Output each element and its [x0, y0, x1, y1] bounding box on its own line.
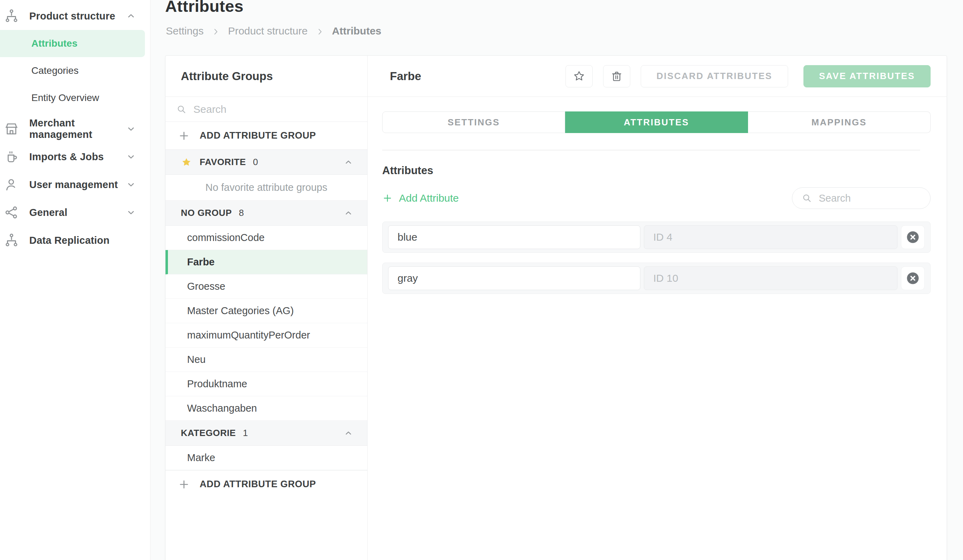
chevron-down-icon: [126, 180, 136, 190]
remove-attribute-button[interactable]: [901, 266, 925, 290]
group-section-header-kategorie[interactable]: KATEGORIE1: [165, 421, 367, 446]
section-name: FAVORITE: [199, 157, 246, 168]
page-title: Attributes: [165, 0, 243, 16]
section-count: 8: [239, 207, 243, 218]
attributes-card: Attribute Groups ADD ATTRIBUTE GROUP FAV…: [165, 55, 947, 560]
sidebar-item-label: Product structure: [29, 10, 126, 22]
delete-group-button[interactable]: [603, 65, 630, 87]
user-icon: [3, 176, 19, 193]
sidebar-item-entity-overview[interactable]: Entity Overview: [0, 84, 145, 112]
attribute-group-item-master-categories-ag-[interactable]: Master Categories (AG): [165, 299, 367, 323]
detail-body: SETTINGSATTRIBUTESMAPPINGS Attributes Ad…: [368, 97, 947, 560]
save-attributes-button[interactable]: SAVE ATTRIBUTES: [803, 65, 931, 87]
sidebar: Product structureAttributesCategoriesEnt…: [0, 0, 151, 560]
section-name: NO GROUP: [181, 207, 232, 218]
section-name: KATEGORIE: [181, 428, 236, 439]
sidebar-item-product-structure[interactable]: Product structure: [0, 2, 150, 30]
chevron-up-icon: [126, 11, 136, 21]
attribute-group-item-waschangaben[interactable]: Waschangaben: [165, 397, 367, 421]
sidebar-item-categories[interactable]: Categories: [0, 57, 145, 84]
detail-title: Farbe: [390, 70, 421, 83]
imports-icon: [3, 149, 19, 165]
search-icon: [176, 104, 187, 115]
breadcrumb-item[interactable]: Settings: [166, 25, 203, 37]
hierarchy-icon: [3, 8, 19, 24]
attribute-group-item-maximumquantityperorder[interactable]: maximumQuantityPerOrder: [165, 323, 367, 348]
attribute-row: ID 4: [382, 222, 931, 253]
remove-attribute-button[interactable]: [901, 225, 925, 249]
empty-favorites-text: No favorite attribute groups: [165, 175, 367, 201]
chevron-up-icon: [344, 208, 353, 218]
chevron-right-icon: [315, 27, 324, 36]
sidebar-item-label: Data Replication: [29, 235, 136, 246]
attributes-search: [792, 187, 931, 209]
x-circle-icon: [906, 271, 920, 286]
search-icon: [801, 193, 812, 204]
attribute-id-field: ID 4: [644, 225, 898, 249]
main-content: Attributes SettingsProduct structureAttr…: [151, 0, 963, 560]
section-count: 1: [243, 428, 248, 439]
header-actions: DISCARD ATTRIBUTES SAVE ATTRIBUTES: [555, 65, 931, 87]
sidebar-item-merchant-management[interactable]: Merchant management: [0, 115, 150, 143]
chevron-down-icon: [126, 152, 136, 162]
attributes-toolbar: Add Attribute: [382, 187, 931, 209]
group-section-header-favorite[interactable]: FAVORITE0: [165, 150, 367, 175]
tab-mappings[interactable]: MAPPINGS: [748, 112, 931, 133]
plus-icon: [382, 193, 393, 203]
section-count: 0: [253, 157, 258, 168]
sidebar-nav: Product structureAttributesCategoriesEnt…: [0, 0, 150, 254]
attributes-section-title: Attributes: [382, 164, 931, 177]
attribute-id-field: ID 10: [644, 266, 898, 290]
attribute-groups-title: Attribute Groups: [165, 56, 367, 97]
chevron-down-icon: [126, 207, 136, 218]
plus-icon: [178, 130, 190, 142]
network-icon: [3, 204, 19, 220]
detail-tabs: SETTINGSATTRIBUTESMAPPINGS: [382, 112, 931, 133]
sidebar-item-attributes[interactable]: Attributes: [0, 30, 145, 57]
star-icon: [181, 157, 192, 168]
detail-header: Farbe DISCARD ATTRIBUTES SAVE ATTRIBUTES: [368, 56, 947, 97]
attribute-group-item-commissioncode[interactable]: commissionCode: [165, 226, 367, 250]
attribute-group-detail: Farbe DISCARD ATTRIBUTES SAVE ATTRIBUTES…: [368, 56, 947, 560]
plus-icon: [178, 479, 190, 490]
storefront-icon: [3, 121, 19, 137]
attributes-search-input[interactable]: [819, 193, 927, 204]
chevron-up-icon: [344, 157, 353, 167]
groups-search-input[interactable]: [193, 104, 357, 115]
breadcrumb: SettingsProduct structureAttributes: [166, 25, 381, 37]
sidebar-item-label: Imports & Jobs: [29, 151, 126, 163]
groups-search: [165, 97, 367, 122]
sidebar-item-label: Merchant management: [29, 117, 126, 140]
group-section-header-no-group[interactable]: NO GROUP8: [165, 201, 367, 226]
chevron-right-icon: [211, 27, 220, 36]
add-attribute-button[interactable]: Add Attribute: [382, 192, 459, 204]
sidebar-item-data-replication[interactable]: Data Replication: [0, 227, 150, 254]
discard-attributes-button[interactable]: DISCARD ATTRIBUTES: [641, 65, 788, 87]
attribute-name-input[interactable]: [388, 225, 640, 249]
chevron-up-icon: [344, 428, 353, 438]
breadcrumb-item[interactable]: Product structure: [228, 25, 307, 37]
attribute-name-input[interactable]: [388, 266, 640, 290]
attribute-group-item-produktname[interactable]: Produktname: [165, 372, 367, 397]
group-sections: FAVORITE0No favorite attribute groupsNO …: [165, 150, 367, 470]
attribute-group-item-groesse[interactable]: Groesse: [165, 274, 367, 299]
attribute-row: ID 10: [382, 262, 931, 294]
tab-attributes[interactable]: ATTRIBUTES: [565, 112, 748, 133]
favorite-star-button[interactable]: [566, 65, 593, 87]
sidebar-item-general[interactable]: General: [0, 199, 150, 227]
attribute-group-item-marke[interactable]: Marke: [165, 446, 367, 470]
tab-settings[interactable]: SETTINGS: [382, 112, 565, 133]
sidebar-item-imports-jobs[interactable]: Imports & Jobs: [0, 143, 150, 171]
sidebar-item-user-management[interactable]: User management: [0, 171, 150, 199]
divider: [382, 150, 920, 151]
attribute-groups-panel: Attribute Groups ADD ATTRIBUTE GROUP FAV…: [165, 56, 368, 560]
attribute-group-item-farbe[interactable]: Farbe: [165, 250, 367, 274]
x-circle-icon: [906, 230, 920, 244]
chevron-down-icon: [126, 124, 136, 134]
attribute-rows: ID 4ID 10: [382, 222, 931, 294]
breadcrumb-item: Attributes: [332, 25, 381, 37]
attribute-group-item-neu[interactable]: Neu: [165, 348, 367, 372]
add-attribute-group-button-bottom[interactable]: ADD ATTRIBUTE GROUP: [165, 470, 367, 498]
add-attribute-group-button-top[interactable]: ADD ATTRIBUTE GROUP: [165, 122, 367, 150]
sidebar-item-label: General: [29, 207, 126, 218]
